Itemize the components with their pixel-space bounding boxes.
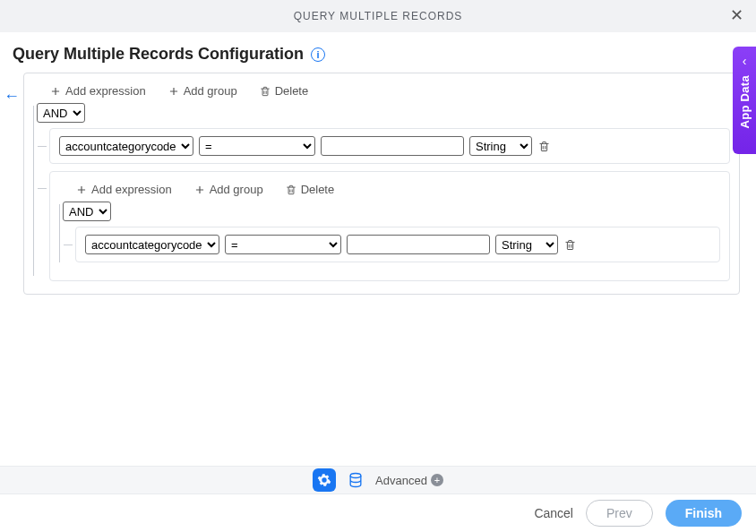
plus-icon bbox=[49, 85, 62, 98]
trash-icon bbox=[259, 85, 271, 98]
operator-select[interactable]: = bbox=[199, 136, 315, 156]
logic-operator-select[interactable]: AND bbox=[37, 103, 85, 123]
add-group-button[interactable]: Add group bbox=[193, 183, 263, 196]
delete-row-button[interactable] bbox=[563, 238, 577, 252]
plus-icon bbox=[193, 184, 206, 196]
footer-buttons: Cancel Prev Finish bbox=[534, 500, 742, 527]
gear-icon bbox=[317, 473, 331, 487]
info-icon[interactable]: i bbox=[311, 47, 325, 62]
add-group-label: Add group bbox=[210, 183, 263, 196]
field-select[interactable]: accountcategorycode bbox=[85, 235, 219, 254]
prev-button[interactable]: Prev bbox=[586, 500, 653, 527]
trash-icon bbox=[563, 238, 577, 252]
nested-group: Add expression Add group Delete AND acco… bbox=[49, 171, 730, 281]
add-expression-button[interactable]: Add expression bbox=[49, 84, 146, 98]
trash-icon bbox=[537, 140, 551, 153]
delete-label: Delete bbox=[275, 84, 309, 98]
svg-point-0 bbox=[350, 474, 361, 478]
trash-icon bbox=[285, 184, 297, 196]
operator-select[interactable]: = bbox=[225, 235, 341, 254]
app-data-side-panel-toggle[interactable]: ‹ App Data bbox=[733, 47, 756, 154]
plus-icon bbox=[75, 184, 88, 196]
page-title: Query Multiple Records Configuration bbox=[13, 45, 304, 64]
delete-row-button[interactable] bbox=[537, 140, 551, 153]
logic-operator-select[interactable]: AND bbox=[63, 202, 111, 221]
advanced-label: Advanced bbox=[375, 474, 427, 487]
delete-group-button[interactable]: Delete bbox=[259, 84, 309, 98]
advanced-toggle[interactable]: Advanced + bbox=[375, 474, 443, 487]
add-group-button[interactable]: Add group bbox=[168, 84, 237, 98]
delete-label: Delete bbox=[301, 183, 335, 196]
chevron-left-icon: ‹ bbox=[743, 54, 747, 68]
add-expression-label: Add expression bbox=[91, 183, 172, 196]
tree-line bbox=[59, 204, 60, 262]
close-icon[interactable]: ✕ bbox=[730, 7, 743, 23]
group-header: Add expression Add group Delete bbox=[33, 81, 730, 103]
database-icon bbox=[347, 471, 365, 489]
condition-row: accountcategorycode = String bbox=[75, 227, 720, 262]
modal-title: QUERY MULTIPLE RECORDS bbox=[294, 10, 463, 22]
tree-line bbox=[33, 106, 34, 276]
query-builder-group: Add expression Add group Delete AND acco… bbox=[23, 73, 740, 295]
data-source-button[interactable] bbox=[347, 471, 365, 489]
add-group-label: Add group bbox=[184, 84, 237, 98]
group-header: Add expression Add group Delete bbox=[59, 179, 720, 202]
delete-group-button[interactable]: Delete bbox=[285, 183, 335, 196]
plus-icon bbox=[168, 85, 180, 98]
field-select[interactable]: accountcategorycode bbox=[59, 136, 193, 156]
side-tab-label: App Data bbox=[738, 75, 752, 128]
finish-button[interactable]: Finish bbox=[666, 500, 742, 527]
back-arrow-icon[interactable]: ← bbox=[4, 88, 20, 104]
condition-row: accountcategorycode = String bbox=[49, 128, 730, 164]
add-expression-button[interactable]: Add expression bbox=[75, 183, 172, 196]
plus-circle-icon: + bbox=[431, 474, 443, 486]
type-select[interactable]: String bbox=[469, 136, 532, 156]
footer-toolbar: Advanced + bbox=[0, 466, 756, 494]
value-input[interactable] bbox=[347, 235, 490, 254]
modal-header: QUERY MULTIPLE RECORDS ✕ bbox=[0, 0, 756, 32]
cancel-button[interactable]: Cancel bbox=[534, 506, 573, 520]
add-expression-label: Add expression bbox=[65, 84, 146, 98]
settings-button[interactable] bbox=[313, 468, 336, 492]
page-title-row: Query Multiple Records Configuration i bbox=[0, 32, 756, 73]
type-select[interactable]: String bbox=[495, 235, 558, 254]
value-input[interactable] bbox=[321, 136, 464, 156]
